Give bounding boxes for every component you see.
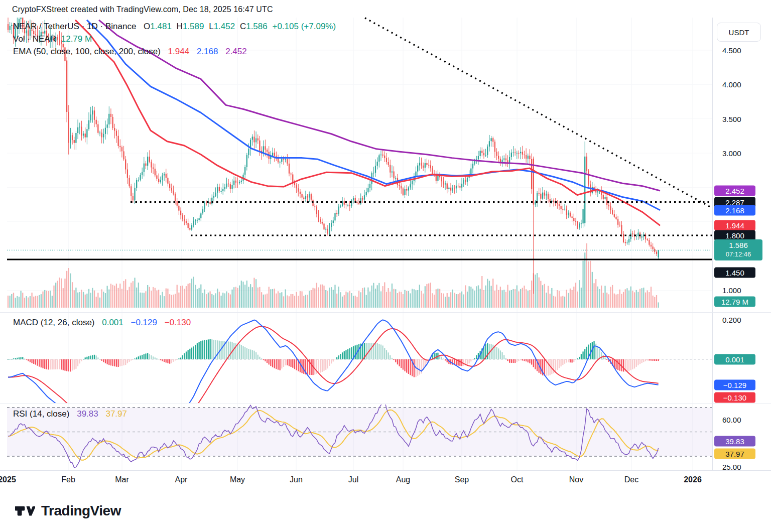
tradingview-chart-window: { "header": { "attribution": "CryptoFXSt… xyxy=(0,0,771,532)
attribution-text: CryptoFXStreet created with TradingView.… xyxy=(12,5,273,14)
chart-canvas[interactable] xyxy=(0,0,771,532)
axis-tick-1.000: 1.000 xyxy=(722,286,741,295)
time-label-Mar: Mar xyxy=(115,475,129,484)
time-label-Aug: Aug xyxy=(396,475,410,484)
tradingview-logo-text: TradingView xyxy=(41,503,121,519)
time-label-Feb: Feb xyxy=(61,475,75,484)
price-axis[interactable]: USDT 4.5004.0003.5003.0002.4522.2872.168… xyxy=(712,18,771,470)
axis-badge-−0.130: −0.130 xyxy=(714,392,755,403)
time-label-Sep: Sep xyxy=(455,475,469,484)
time-label-Apr: Apr xyxy=(175,475,188,484)
axis-badge-12.79 M: 12.79 M xyxy=(714,296,755,307)
axis-badge-2.452: 2.452 xyxy=(714,185,755,196)
pane-separator xyxy=(0,312,771,313)
axis-badge-0.001: 0.001 xyxy=(714,354,755,364)
axis-tick-3.500: 3.500 xyxy=(722,114,741,123)
axis-tick-4.000: 4.000 xyxy=(722,80,741,89)
time-label-Oct: Oct xyxy=(511,475,524,484)
time-label-2026: 2026 xyxy=(684,475,702,484)
axis-badge-1.586: 1.58607:12:46 xyxy=(714,239,762,260)
time-axis[interactable]: 2025FebMarAprMayJunJulAugSepOctNovDec202… xyxy=(0,470,771,491)
axis-tick-4.500: 4.500 xyxy=(722,46,741,55)
volume-overlay xyxy=(8,243,659,308)
axis-tick-60.00: 60.00 xyxy=(722,416,741,424)
axis-badge-2.168: 2.168 xyxy=(714,205,755,215)
time-label-Nov: Nov xyxy=(569,475,583,484)
axis-badge-37.97: 37.97 xyxy=(714,448,755,459)
currency-toggle-button[interactable]: USDT xyxy=(717,23,761,42)
time-label-May: May xyxy=(230,475,245,484)
pane-separator xyxy=(0,404,771,404)
axis-badge-−0.129: −0.129 xyxy=(714,379,755,390)
price-pane[interactable] xyxy=(8,9,660,294)
time-label-Jun: Jun xyxy=(290,475,303,484)
descending-trendline[interactable] xyxy=(365,18,712,208)
time-label-2025: 2025 xyxy=(0,475,16,484)
axis-tick-0.200: 0.200 xyxy=(722,316,741,324)
axis-badge-39.83: 39.83 xyxy=(714,436,755,447)
axis-tick-3.000: 3.000 xyxy=(722,149,741,158)
time-label-Jul: Jul xyxy=(348,475,358,484)
tradingview-footer: TradingView xyxy=(15,501,121,521)
time-label-Dec: Dec xyxy=(624,475,638,484)
axis-badge-1.944: 1.944 xyxy=(714,220,755,231)
rsi-pane[interactable] xyxy=(7,401,712,467)
tradingview-logo-icon xyxy=(15,501,35,521)
axis-badge-1.450: 1.450 xyxy=(714,267,755,278)
countdown-timer: 07:12:46 xyxy=(718,250,758,259)
